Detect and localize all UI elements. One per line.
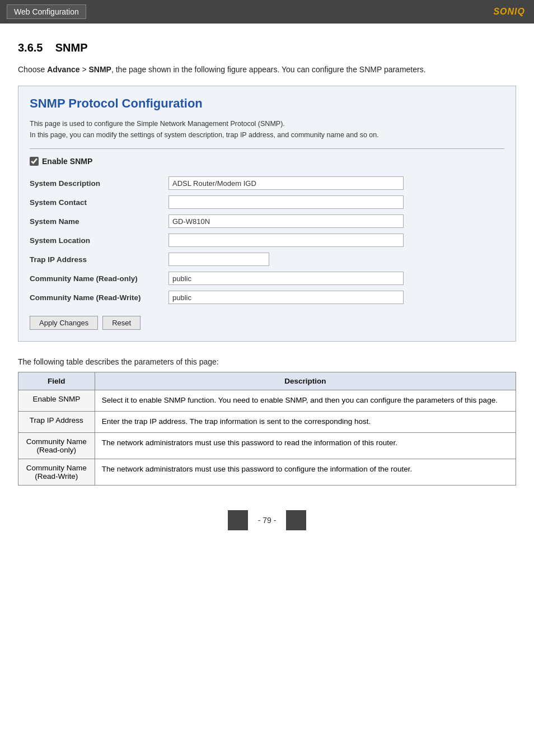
table-row: System Contact — [30, 193, 504, 212]
field-name-line2: (Read-only) — [37, 446, 77, 454]
field-name-line1: Trap IP Address — [30, 416, 83, 424]
param-description-table: Field Description Enable SNMP Select it … — [18, 372, 516, 486]
field-cell: Trap IP Address — [18, 412, 95, 433]
field-label: Community Name (Read-only) — [30, 269, 164, 288]
table-row: System Name — [30, 212, 504, 231]
table-intro: The following table describes the parame… — [18, 357, 516, 366]
section-intro: Choose Advance > SNMP, the page shown in… — [18, 63, 516, 76]
table-header-row: Field Description — [18, 372, 516, 390]
snmp-config-box: SNMP Protocol Configuration This page is… — [18, 86, 516, 342]
section-heading: 3.6.5 SNMP — [18, 41, 516, 54]
table-row: Trap IP Address Enter the trap IP addres… — [18, 412, 516, 433]
field-cell: Enable SNMP — [18, 390, 95, 412]
main-content: 3.6.5 SNMP Choose Advance > SNMP, the pa… — [0, 24, 534, 557]
field-name-line2: (Read-Write) — [35, 472, 78, 480]
section-name: SNMP — [55, 41, 88, 54]
system-description-input[interactable] — [168, 176, 404, 190]
header-bar: Web Configuration SONIQ — [0, 0, 534, 24]
table-row: Community Name (Read-only) The network a… — [18, 432, 516, 459]
field-cell: Community Name (Read-Write) — [18, 459, 95, 485]
brand-logo: SONIQ — [493, 7, 525, 17]
table-row: Community Name (Read-Write) — [30, 288, 504, 307]
field-name-line1: Community Name — [26, 464, 87, 472]
section-number: 3.6.5 — [18, 41, 43, 54]
enable-snmp-label: Enable SNMP — [42, 157, 92, 166]
buttons-row: Apply Changes Reset — [30, 316, 504, 330]
field-value-cell — [164, 288, 504, 307]
header-title: Web Configuration — [7, 4, 86, 19]
table-row: Community Name (Read-Write) The network … — [18, 459, 516, 485]
field-value-cell — [164, 174, 504, 193]
next-page-nav[interactable] — [286, 510, 306, 530]
desc-cell: The network administrators must use this… — [95, 432, 516, 459]
field-value-cell — [164, 212, 504, 231]
field-label: System Name — [30, 212, 164, 231]
trap-ip-address-input[interactable] — [168, 253, 269, 266]
system-location-input[interactable] — [168, 234, 404, 247]
field-value-cell — [164, 269, 504, 288]
snmp-description: This page is used to configure the Simpl… — [30, 119, 504, 141]
field-label: System Contact — [30, 193, 164, 212]
field-cell: Community Name (Read-only) — [18, 432, 95, 459]
enable-snmp-checkbox[interactable] — [30, 157, 39, 166]
col-header-field: Field — [18, 372, 95, 390]
snmp-divider — [30, 148, 504, 149]
field-label: Trap IP Address — [30, 250, 164, 269]
reset-button[interactable]: Reset — [102, 316, 140, 330]
snmp-link: SNMP — [88, 65, 111, 74]
table-row: System Description — [30, 174, 504, 193]
field-name-line1: Enable SNMP — [32, 395, 80, 403]
table-row: Enable SNMP Select it to enable SNMP fun… — [18, 390, 516, 412]
desc-cell: Select it to enable SNMP function. You n… — [95, 390, 516, 412]
field-label: System Location — [30, 231, 164, 250]
table-row: Trap IP Address — [30, 250, 504, 269]
page-number: - 79 - — [258, 516, 277, 525]
community-name-read-only-input[interactable] — [168, 272, 404, 285]
enable-snmp-row: Enable SNMP — [30, 157, 504, 166]
advance-link: Advance — [47, 65, 79, 74]
table-row: System Location — [30, 231, 504, 250]
snmp-form-table: System Description System Contact System… — [30, 174, 504, 307]
apply-changes-button[interactable]: Apply Changes — [30, 316, 98, 330]
field-label: System Description — [30, 174, 164, 193]
desc-cell: Enter the trap IP address. The trap info… — [95, 412, 516, 433]
table-row: Community Name (Read-only) — [30, 269, 504, 288]
col-header-description: Description — [95, 372, 516, 390]
system-contact-input[interactable] — [168, 195, 404, 209]
desc-cell: The network administrators must use this… — [95, 459, 516, 485]
field-value-cell — [164, 231, 504, 250]
field-value-cell — [164, 193, 504, 212]
field-label: Community Name (Read-Write) — [30, 288, 164, 307]
page-footer: - 79 - — [18, 501, 516, 544]
community-name-read-write-input[interactable] — [168, 291, 404, 304]
prev-page-nav[interactable] — [228, 510, 248, 530]
snmp-config-title: SNMP Protocol Configuration — [30, 96, 504, 111]
field-name-line1: Community Name — [26, 437, 87, 446]
system-name-input[interactable] — [168, 214, 404, 228]
field-value-cell — [164, 250, 504, 269]
